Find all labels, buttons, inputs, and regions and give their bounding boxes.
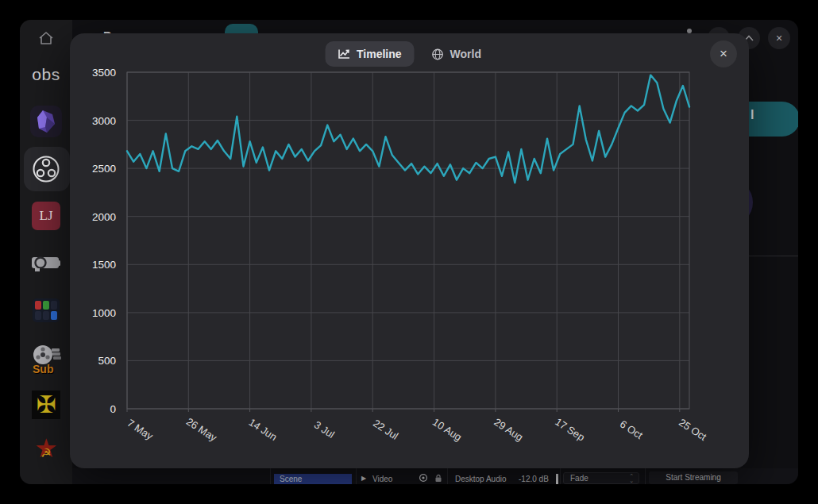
svg-text:17 Sep: 17 Sep (553, 416, 587, 444)
svg-text:1500: 1500 (92, 259, 116, 271)
subtitles-label: Sub (33, 363, 53, 375)
soundboard-icon (33, 298, 60, 322)
source-item-label[interactable]: Video (372, 475, 392, 483)
obs-dock-bar: Scene ▶ Video Desktop Audio -12.0 dB Fad… (72, 468, 798, 484)
sidebar-logo-text: obs (20, 65, 72, 84)
sidebar-item-iron-cross[interactable]: ✠ (20, 391, 72, 419)
play-icon: ▶ (361, 475, 366, 482)
app-window: obs LJ (20, 20, 798, 484)
sidebar-item-projector[interactable] (20, 254, 72, 273)
start-streaming-button[interactable]: Start Streaming (649, 471, 738, 484)
livejournal-icon: LJ (32, 202, 60, 230)
install-button-label-fragment: l (750, 108, 754, 122)
svg-text:0: 0 (110, 403, 116, 415)
stats-modal: Timeline World × 05001000150020002500300… (70, 33, 749, 468)
projector-icon (30, 254, 62, 273)
lock-icon[interactable] (434, 474, 442, 483)
scene-list-item[interactable]: Scene (274, 474, 352, 484)
svg-text:3500: 3500 (92, 67, 116, 79)
svg-text:14 Jun: 14 Jun (247, 416, 280, 443)
sidebar-item-livejournal[interactable]: LJ (20, 202, 72, 230)
red-star-icon: ★ ☭ (32, 437, 60, 466)
visibility-icon[interactable] (419, 474, 428, 482)
svg-text:25 Oct: 25 Oct (677, 417, 709, 444)
sidebar-item-subtitles[interactable]: Sub (20, 344, 72, 374)
svg-text:29 Aug: 29 Aug (492, 416, 525, 444)
transition-label: Fade (570, 474, 588, 483)
svg-text:2000: 2000 (92, 211, 116, 223)
svg-text:22 Jul: 22 Jul (371, 417, 400, 442)
sidebar-item-obsidian[interactable] (20, 106, 72, 137)
volume-slider-handle[interactable] (556, 474, 558, 484)
close-window-button[interactable]: × (768, 27, 790, 49)
spinner-icon[interactable]: ⌃⌄ (629, 474, 634, 483)
svg-text:26 May: 26 May (184, 415, 219, 444)
mixer-level: -12.0 dB (519, 475, 549, 483)
mixer-label: Desktop Audio (455, 475, 507, 483)
subtitles-icon: Sub (31, 344, 61, 374)
sidebar: obs LJ (20, 20, 72, 484)
transition-select[interactable]: Fade ⌃⌄ (563, 472, 639, 484)
svg-text:500: 500 (98, 355, 116, 367)
svg-text:7 May: 7 May (125, 417, 156, 442)
svg-text:3 Jul: 3 Jul (312, 418, 337, 441)
timeline-chart: 05001000150020002500300035007 May26 May1… (70, 33, 749, 468)
sidebar-item-obs-studio[interactable] (20, 155, 72, 183)
svg-text:6 Oct: 6 Oct (618, 417, 646, 441)
sidebar-item-red-star[interactable]: ★ ☭ (20, 437, 72, 466)
sidebar-item-soundboard[interactable] (20, 296, 72, 325)
svg-text:2500: 2500 (92, 163, 116, 175)
svg-text:3000: 3000 (92, 115, 116, 127)
livejournal-label: LJ (40, 208, 53, 224)
svg-text:10 Aug: 10 Aug (430, 416, 464, 444)
svg-text:1000: 1000 (92, 307, 116, 319)
obs-studio-icon (32, 155, 60, 183)
iron-cross-icon: ✠ (32, 391, 60, 419)
home-icon[interactable] (20, 29, 72, 47)
obsidian-icon (36, 110, 56, 133)
